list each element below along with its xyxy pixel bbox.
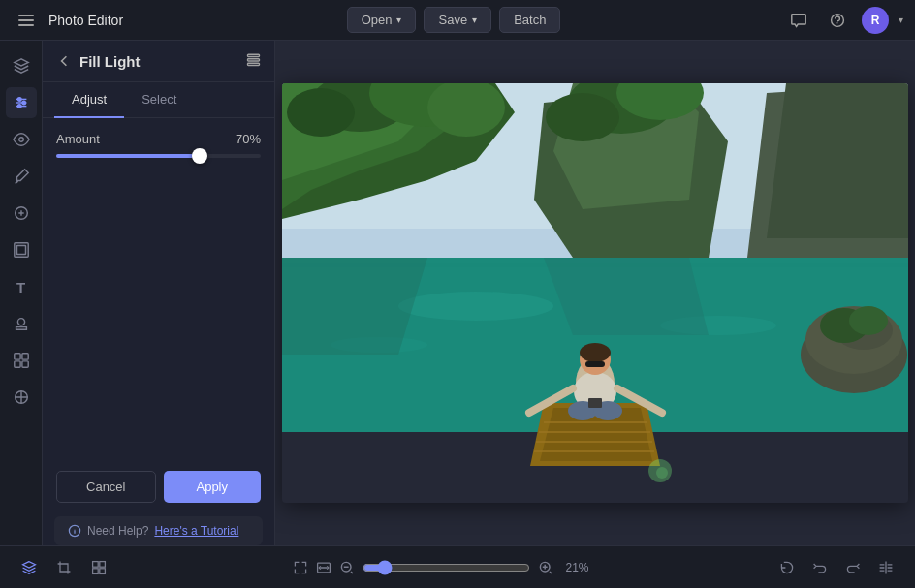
photo-scene	[282, 83, 908, 500]
svg-rect-20	[248, 54, 260, 56]
back-button[interactable]	[56, 53, 72, 69]
tabs: Adjust Select	[43, 82, 274, 118]
elements-icon[interactable]	[6, 345, 37, 376]
svg-rect-57	[585, 361, 605, 367]
fit-screen-icon[interactable]	[293, 554, 308, 581]
brush-icon[interactable]	[6, 161, 37, 192]
app-title: Photo Editor	[48, 13, 123, 28]
zoom-out-button[interactable]	[339, 555, 355, 580]
topbar-center: Open ▾ Save ▾ Batch	[135, 7, 773, 33]
tab-adjust[interactable]: Adjust	[54, 82, 124, 118]
batch-button[interactable]: Batch	[499, 7, 560, 33]
svg-rect-73	[100, 568, 106, 573]
svg-point-5	[17, 98, 21, 102]
adjustments-icon[interactable]	[6, 87, 37, 118]
icon-bar: T	[0, 41, 43, 545]
bottom-right	[773, 554, 899, 581]
svg-rect-62	[588, 398, 602, 408]
amount-value: 70%	[236, 132, 261, 146]
svg-rect-72	[93, 568, 99, 573]
svg-rect-1	[18, 19, 34, 21]
svg-point-39	[546, 93, 619, 141]
svg-point-69	[849, 306, 888, 335]
zoom-label: 21%	[561, 561, 594, 574]
info-icon	[68, 524, 81, 538]
topbar: Photo Editor Open ▾ Save ▾ Batch R ▾	[0, 0, 915, 41]
save-button[interactable]: Save ▾	[424, 7, 491, 33]
bottom-left	[16, 554, 112, 581]
svg-point-33	[287, 88, 355, 137]
apply-button[interactable]: Apply	[164, 471, 262, 503]
panel-header: Fill Light	[43, 41, 274, 82]
layers-icon[interactable]	[6, 50, 37, 81]
cancel-button[interactable]: Cancel	[56, 471, 156, 503]
svg-rect-13	[16, 246, 25, 255]
bottom-center: 21%	[293, 554, 594, 581]
zoom-in-button[interactable]	[538, 555, 553, 580]
text-icon[interactable]: T	[6, 271, 37, 302]
zoom-slider[interactable]	[363, 560, 530, 575]
svg-point-9	[17, 105, 21, 108]
canvas-area[interactable]	[275, 41, 915, 545]
layers-bottom-icon[interactable]	[16, 554, 43, 581]
history-icon[interactable]	[773, 554, 801, 581]
topbar-left: Photo Editor	[12, 6, 123, 35]
redo-icon[interactable]	[839, 554, 867, 581]
svg-rect-70	[93, 561, 99, 567]
chat-icon[interactable]	[784, 6, 813, 35]
svg-point-14	[17, 319, 24, 325]
svg-rect-0	[18, 15, 34, 16]
svg-rect-71	[100, 561, 106, 567]
svg-point-64	[656, 467, 668, 479]
help-text: Need Help?	[87, 524, 148, 538]
svg-point-7	[21, 101, 25, 105]
svg-point-56	[580, 343, 611, 362]
svg-rect-16	[21, 354, 27, 359]
bottom-bar: 21%	[0, 545, 915, 588]
open-button[interactable]: Open ▾	[347, 7, 417, 33]
undo-icon[interactable]	[806, 554, 834, 581]
svg-rect-21	[248, 59, 260, 61]
panel-options-icon[interactable]	[246, 52, 261, 70]
tutorial-link[interactable]: Here's a Tutorial	[154, 524, 238, 538]
fit-width-icon[interactable]	[316, 554, 331, 581]
tab-select[interactable]: Select	[124, 82, 194, 118]
svg-rect-15	[14, 354, 19, 359]
svg-rect-22	[248, 63, 260, 65]
help-row[interactable]: Need Help? Here's a Tutorial	[54, 516, 263, 545]
svg-point-10	[18, 138, 23, 142]
chevron-down-icon: ▾	[472, 15, 477, 25]
side-panel: Fill Light Adjust Select Amount 70%	[43, 41, 275, 545]
chevron-down-icon: ▾	[396, 15, 401, 25]
svg-rect-17	[14, 361, 19, 367]
hamburger-icon[interactable]	[12, 6, 41, 35]
amount-label: Amount	[56, 132, 100, 146]
grid-bottom-icon[interactable]	[85, 554, 112, 581]
eye-icon[interactable]	[6, 124, 37, 155]
action-buttons: Cancel Apply	[43, 471, 274, 503]
svg-point-42	[398, 292, 553, 321]
frames-icon[interactable]	[6, 234, 37, 265]
svg-rect-2	[18, 24, 34, 26]
crop-bottom-icon[interactable]	[50, 554, 78, 581]
main-area: T Fill Light	[0, 41, 915, 545]
svg-marker-45	[544, 258, 709, 335]
topbar-right: R ▾	[784, 6, 903, 35]
controls: Amount 70%	[43, 118, 274, 471]
avatar[interactable]: R	[862, 7, 889, 34]
help-icon[interactable]	[823, 6, 852, 35]
svg-rect-18	[21, 361, 27, 367]
heal-icon[interactable]	[6, 198, 37, 229]
avatar-chevron-icon[interactable]: ▾	[899, 15, 903, 25]
slider-container	[56, 154, 261, 158]
panel-title: Fill Light	[79, 53, 238, 70]
compare-icon[interactable]	[872, 554, 899, 581]
amount-row: Amount 70%	[56, 132, 261, 146]
photo-container	[282, 83, 908, 503]
effects-icon[interactable]	[6, 382, 37, 413]
stamp-icon[interactable]	[6, 308, 37, 339]
svg-marker-27	[767, 83, 908, 238]
